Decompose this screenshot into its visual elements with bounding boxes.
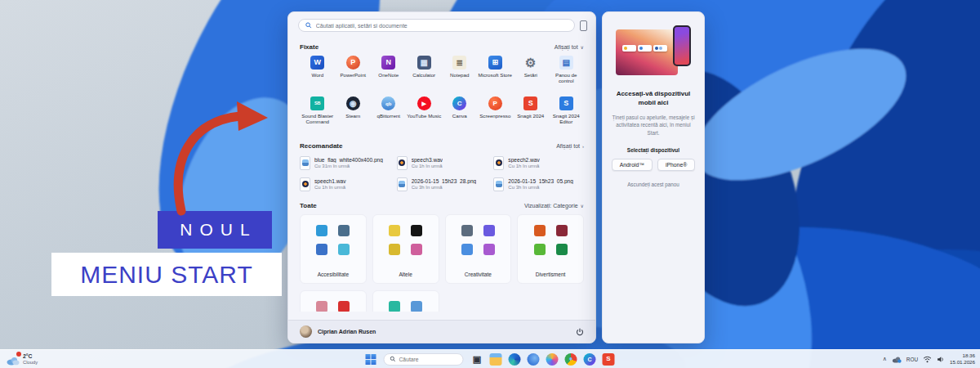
view-category-dropdown[interactable]: Vizualizați: Categorie ∨	[524, 203, 584, 209]
start-search-box[interactable]	[298, 19, 575, 32]
onedrive-icon[interactable]	[892, 356, 902, 363]
recommended-file[interactable]: blue_flag_white400x400.png Cu 31m în urm…	[300, 155, 390, 171]
app-label: Canva	[452, 113, 467, 119]
volume-icon[interactable]	[937, 356, 945, 363]
pinned-app[interactable]: SB Sound Blaster Command	[300, 96, 336, 132]
tray-date: 15.01.2026	[950, 359, 975, 366]
clock[interactable]: 18:36 15.01.2026	[950, 352, 975, 366]
hidden-icons-chevron[interactable]: ∧	[883, 356, 887, 362]
app-icon: ◉	[346, 96, 360, 110]
mobile-device-icon[interactable]	[580, 20, 587, 31]
category-mini-icons	[316, 225, 350, 255]
category-tile[interactable]: Creativitate	[445, 214, 512, 284]
app-icon: W	[310, 56, 324, 70]
taskbar-search-input[interactable]	[399, 357, 457, 362]
taskbar-app-icon[interactable]	[528, 353, 540, 366]
category-tile[interactable]	[372, 290, 439, 312]
pinned-app[interactable]: ▶ YouTube Music	[407, 96, 443, 132]
app-label: Calculator	[412, 72, 435, 78]
file-timestamp: Cu 3h în urmă	[412, 185, 477, 190]
category-mini-icon	[338, 301, 350, 312]
category-mini-icons	[461, 225, 495, 255]
phone-graphic	[673, 25, 691, 66]
app-icon: qb	[381, 96, 395, 110]
recommended-file[interactable]: speech1.wav Cu 1h în urmă	[300, 176, 390, 192]
category-mini-icon	[556, 244, 568, 255]
widgets-button[interactable]: 2°C Cloudy	[6, 350, 38, 368]
category-mini-icon	[389, 225, 400, 236]
taskbar-app-icon[interactable]: C	[584, 353, 596, 366]
pinned-app[interactable]: ▤ Panou de control	[549, 56, 585, 92]
pinned-app[interactable]: ⊞ Microsoft Store	[478, 56, 514, 92]
pinned-app[interactable]: W Word	[300, 56, 336, 92]
pinned-app[interactable]: C Canva	[442, 96, 478, 132]
pinned-app[interactable]: P Screenpresso	[478, 96, 514, 132]
pinned-app[interactable]: P PowerPoint	[336, 56, 372, 92]
category-mini-icon	[389, 244, 400, 255]
category-tile[interactable]: Altele	[372, 214, 439, 284]
pinned-app[interactable]: qb qBittorrent	[371, 96, 407, 132]
category-tile[interactable]	[300, 290, 367, 312]
app-icon: ▶	[417, 96, 431, 110]
taskbar-apps: ▣ ● C S	[471, 353, 615, 366]
taskbar-app-icon[interactable]	[490, 353, 502, 366]
file-name: speech1.wav	[314, 178, 346, 184]
search-input[interactable]	[316, 23, 568, 29]
taskbar-app-icon[interactable]: ▣	[471, 353, 483, 366]
language-indicator[interactable]: ROU	[906, 357, 918, 362]
pinned-app[interactable]: S Snagit 2024 Editor	[549, 96, 585, 132]
pinned-apps-grid: W Word P PowerPoint N OneNote ▦ Calculat…	[300, 56, 584, 132]
category-tile[interactable]: Accesibilitate	[300, 214, 367, 284]
recommended-file[interactable]: 2026-01-15_15h23_28.png Cu 3h în urmă	[397, 176, 488, 192]
search-icon	[305, 22, 312, 29]
taskbar-search-box[interactable]	[384, 353, 464, 366]
app-label: Notepad	[450, 72, 469, 78]
chevron-right-icon: ›	[582, 144, 584, 149]
pinned-app[interactable]: N OneNote	[371, 56, 407, 92]
app-icon: ≣	[452, 56, 466, 70]
power-icon	[576, 328, 584, 336]
hide-panel-link[interactable]: Ascundeți acest panou	[611, 182, 696, 187]
category-tile[interactable]: Divertisment	[517, 214, 584, 284]
temperature: 2°C	[23, 353, 38, 360]
wifi-icon[interactable]	[923, 356, 932, 363]
pinned-app[interactable]: ≣ Notepad	[442, 56, 478, 92]
app-label: Screenpresso	[479, 113, 510, 119]
android-button[interactable]: Android™	[612, 159, 653, 171]
start-button[interactable]	[366, 354, 376, 365]
weather-condition: Cloudy	[23, 360, 38, 365]
file-name: 2026-01-15_15h23_28.png	[412, 178, 477, 184]
app-label: qBittorrent	[376, 113, 400, 119]
app-label: Word	[311, 72, 323, 78]
recommended-file[interactable]: 2026-01-15_15h23_05.png Cu 3h în urmă	[493, 176, 584, 192]
pinned-show-all-button[interactable]: Afișați tot ∨	[555, 44, 584, 50]
user-avatar[interactable]	[300, 325, 312, 338]
notification-pill	[638, 45, 652, 52]
pinned-app[interactable]: ◉ Steam	[336, 96, 372, 132]
app-label: Setări	[524, 72, 537, 78]
pinned-app[interactable]: S Snagit 2024	[513, 96, 549, 132]
taskbar-app-icon[interactable]: ●	[565, 353, 577, 366]
power-button[interactable]	[576, 328, 584, 336]
taskbar-app-icon[interactable]: S	[603, 353, 615, 366]
pinned-app[interactable]: ⚙ Setări	[513, 56, 549, 92]
category-mini-icon	[338, 244, 350, 255]
category-mini-icon	[316, 225, 327, 236]
taskbar-app-icon[interactable]	[546, 353, 559, 366]
app-icon: SB	[310, 96, 324, 110]
notification-badge	[16, 352, 21, 357]
recommended-show-all-button[interactable]: Afișați tot ›	[556, 143, 584, 149]
taskbar: 2°C Cloudy ▣ ● C S	[0, 349, 980, 368]
pinned-app[interactable]: ▦ Calculator	[407, 56, 443, 92]
iphone-button[interactable]: iPhone®	[657, 159, 695, 171]
category-tiles: Accesibilitate Altele	[300, 214, 584, 284]
category-mini-icon	[316, 244, 327, 255]
recommended-file[interactable]: speech3.wav Cu 1h în urmă	[397, 155, 488, 171]
tray-time: 18:36	[950, 352, 975, 359]
category-mini-icon	[316, 301, 327, 312]
taskbar-app-icon[interactable]	[509, 353, 521, 366]
user-name[interactable]: Ciprian Adrian Rusen	[318, 329, 376, 334]
file-icon	[300, 156, 310, 170]
recommended-file[interactable]: speech2.wav Cu 1h în urmă	[493, 155, 584, 171]
app-label: OneNote	[378, 72, 399, 78]
